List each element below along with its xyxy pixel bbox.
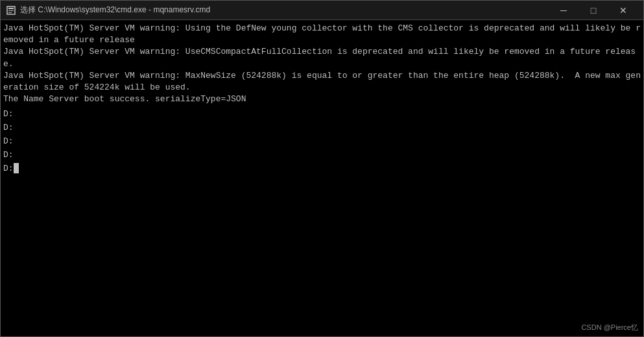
console-output: Java HotSpot(TM) Server VM warning: Usin… <box>3 23 641 105</box>
cmd-window: 选择 C:\Windows\system32\cmd.exe - mqnames… <box>0 0 644 337</box>
console-body[interactable]: Java HotSpot(TM) Server VM warning: Usin… <box>1 20 643 336</box>
prompt-lines: D:D:D:D:D: <box>3 108 641 175</box>
prompt-line: D: <box>3 121 641 135</box>
prompt-line: D: <box>3 135 641 149</box>
watermark: CSDN @Pierce忆 <box>581 323 638 332</box>
prompt-line: D: <box>3 149 641 162</box>
close-button[interactable]: ✕ <box>608 1 638 20</box>
prompt-line: D: <box>3 162 641 176</box>
title-text: 选择 C:\Windows\system32\cmd.exe - mqnames… <box>20 5 549 16</box>
svg-rect-3 <box>8 12 12 13</box>
title-bar: 选择 C:\Windows\system32\cmd.exe - mqnames… <box>1 1 643 20</box>
svg-rect-1 <box>8 8 14 9</box>
cursor <box>14 163 19 173</box>
maximize-button[interactable]: □ <box>578 1 608 20</box>
window-controls: ─ □ ✕ <box>549 1 638 20</box>
minimize-button[interactable]: ─ <box>549 1 578 20</box>
svg-rect-2 <box>8 10 14 11</box>
prompt-line: D: <box>3 108 641 121</box>
window-icon <box>6 5 16 16</box>
